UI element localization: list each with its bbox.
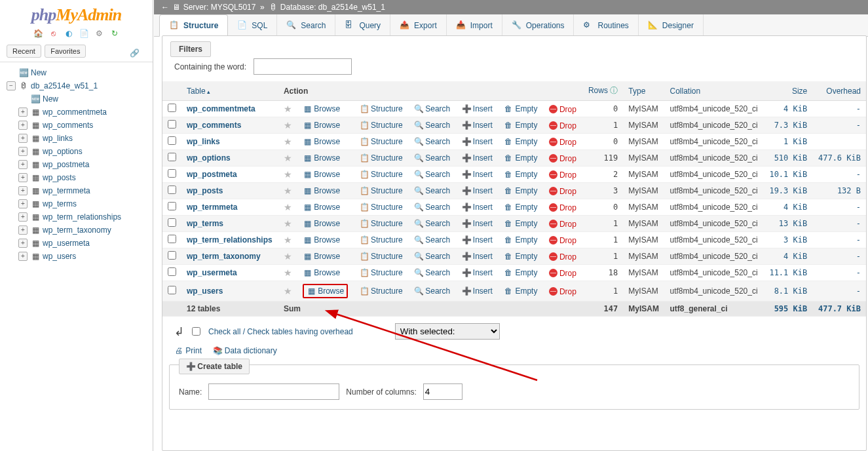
breadcrumb-db[interactable]: db_a2514e_w51_1 — [318, 3, 385, 12]
table-name-link[interactable]: wp_users — [187, 286, 223, 296]
favorite-icon[interactable]: ★ — [284, 104, 292, 114]
structure-action[interactable]: 📋Structure — [360, 268, 403, 277]
data-dictionary-link[interactable]: 📚 Data dictionary — [213, 346, 276, 355]
table-name-link[interactable]: wp_term_relationships — [187, 235, 273, 245]
collapse-icon[interactable]: − — [7, 81, 16, 90]
table-name-link[interactable]: wp_options — [187, 153, 231, 163]
structure-action[interactable]: 📋Structure — [360, 203, 403, 212]
search-action[interactable]: 🔍Search — [414, 121, 450, 130]
browse-action[interactable]: ▦Browse — [303, 153, 340, 163]
col-collation[interactable]: Collation — [664, 81, 763, 101]
search-action[interactable]: 🔍Search — [414, 170, 450, 179]
browse-action[interactable]: ▦Browse — [303, 203, 340, 212]
tree-db[interactable]: − 🛢 db_a2514e_w51_1 — [7, 79, 149, 92]
tree-table[interactable]: +▦wp_term_taxonomy — [18, 224, 149, 237]
empty-action[interactable]: 🗑Empty — [504, 137, 537, 146]
tab-export[interactable]: 📤Export — [390, 14, 447, 36]
drop-action[interactable]: — Drop — [549, 236, 576, 245]
checkall-link[interactable]: Check all / Check tables having overhead — [208, 327, 353, 336]
empty-action[interactable]: 🗑Empty — [504, 252, 537, 261]
drop-action[interactable]: — Drop — [549, 121, 576, 130]
tree-table[interactable]: +▦wp_term_relationships — [18, 210, 149, 224]
browse-action[interactable]: ▦Browse — [303, 137, 340, 146]
empty-action[interactable]: 🗑Empty — [504, 186, 537, 195]
row-checkbox[interactable] — [168, 218, 176, 227]
expand-icon[interactable]: + — [18, 108, 28, 117]
empty-action[interactable]: 🗑Empty — [504, 203, 537, 212]
browse-action[interactable]: ▦Browse — [303, 268, 340, 277]
empty-action[interactable]: 🗑Empty — [504, 121, 537, 130]
search-action[interactable]: 🔍Search — [414, 186, 450, 195]
structure-action[interactable]: 📋Structure — [360, 252, 403, 261]
tab-search[interactable]: 🔍Search — [277, 14, 335, 36]
empty-action[interactable]: 🗑Empty — [504, 235, 537, 245]
col-size[interactable]: Size — [764, 81, 812, 101]
table-name-link[interactable]: wp_comments — [187, 121, 241, 130]
search-action[interactable]: 🔍Search — [414, 219, 450, 228]
table-name-link[interactable]: wp_posts — [187, 186, 223, 195]
drop-action[interactable]: — Drop — [549, 220, 576, 229]
empty-action[interactable]: 🗑Empty — [504, 153, 537, 163]
favorite-icon[interactable]: ★ — [284, 202, 292, 212]
docs-icon[interactable]: ◐ — [64, 29, 74, 39]
insert-action[interactable]: ➕Insert — [462, 104, 493, 113]
filter-input[interactable] — [254, 58, 352, 75]
tab-import[interactable]: 📥Import — [447, 14, 502, 36]
tab-sql[interactable]: 📄SQL — [228, 14, 277, 36]
col-overhead[interactable]: Overhead — [812, 81, 866, 101]
favorite-icon[interactable]: ★ — [284, 218, 292, 229]
browse-action[interactable]: ▦Browse — [303, 252, 340, 261]
expand-icon[interactable]: + — [18, 173, 28, 182]
structure-action[interactable]: 📋Structure — [360, 186, 403, 195]
expand-icon[interactable]: + — [18, 199, 28, 208]
empty-action[interactable]: 🗑Empty — [504, 104, 537, 113]
tree-table[interactable]: +▦wp_options — [18, 145, 149, 158]
insert-action[interactable]: ➕Insert — [462, 153, 493, 163]
table-name-link[interactable]: wp_usermeta — [187, 268, 237, 277]
create-cols-input[interactable] — [423, 383, 462, 400]
expand-icon[interactable]: + — [18, 212, 28, 222]
tree-table[interactable]: +▦wp_usermeta — [18, 237, 149, 250]
favorite-icon[interactable]: ★ — [284, 251, 292, 262]
tab-query[interactable]: 🗄Query — [335, 14, 390, 36]
search-action[interactable]: 🔍Search — [414, 252, 450, 261]
tab-routines[interactable]: ⚙Routines — [574, 14, 638, 36]
table-name-link[interactable]: wp_commentmeta — [187, 104, 255, 113]
link-icon[interactable]: 🔗 — [130, 49, 140, 58]
browse-action[interactable]: ▦Browse — [303, 284, 348, 298]
breadcrumb-server[interactable]: MYSQL5017 — [211, 3, 256, 12]
browse-action[interactable]: ▦Browse — [303, 104, 340, 113]
reload-icon[interactable]: ↻ — [109, 29, 120, 39]
structure-action[interactable]: 📋Structure — [360, 286, 403, 296]
row-checkbox[interactable] — [168, 104, 176, 112]
tree-table[interactable]: +▦wp_posts — [18, 171, 149, 184]
expand-icon[interactable]: + — [18, 147, 28, 156]
empty-action[interactable]: 🗑Empty — [504, 268, 537, 277]
structure-action[interactable]: 📋Structure — [360, 235, 403, 245]
browse-action[interactable]: ▦Browse — [303, 121, 340, 130]
col-rows[interactable]: Rows ⓘ — [582, 81, 623, 101]
table-name-link[interactable]: wp_terms — [187, 219, 223, 228]
structure-action[interactable]: 📋Structure — [360, 153, 403, 163]
insert-action[interactable]: ➕Insert — [462, 203, 493, 212]
insert-action[interactable]: ➕Insert — [462, 170, 493, 179]
tree-new[interactable]: 🆕 New — [7, 66, 149, 79]
search-action[interactable]: 🔍Search — [414, 104, 450, 113]
tree-table[interactable]: +▦wp_comments — [18, 119, 149, 132]
insert-action[interactable]: ➕Insert — [462, 286, 493, 296]
expand-icon[interactable]: + — [18, 186, 28, 195]
table-name-link[interactable]: wp_links — [187, 137, 220, 146]
favorite-icon[interactable]: ★ — [284, 120, 292, 130]
row-checkbox[interactable] — [168, 267, 176, 276]
expand-icon[interactable]: + — [18, 239, 28, 248]
tab-operations[interactable]: 🔧Operations — [502, 14, 575, 36]
insert-action[interactable]: ➕Insert — [462, 252, 493, 261]
tree-table[interactable]: +▦wp_termmeta — [18, 184, 149, 197]
logout-icon[interactable]: ⎋ — [48, 29, 58, 39]
insert-action[interactable]: ➕Insert — [462, 121, 493, 130]
logo[interactable]: phpMyAdmin — [0, 0, 153, 28]
insert-action[interactable]: ➕Insert — [462, 137, 493, 146]
tree-db-new[interactable]: 🆕 New — [18, 92, 149, 106]
row-checkbox[interactable] — [168, 153, 176, 161]
favorite-icon[interactable]: ★ — [284, 169, 292, 180]
